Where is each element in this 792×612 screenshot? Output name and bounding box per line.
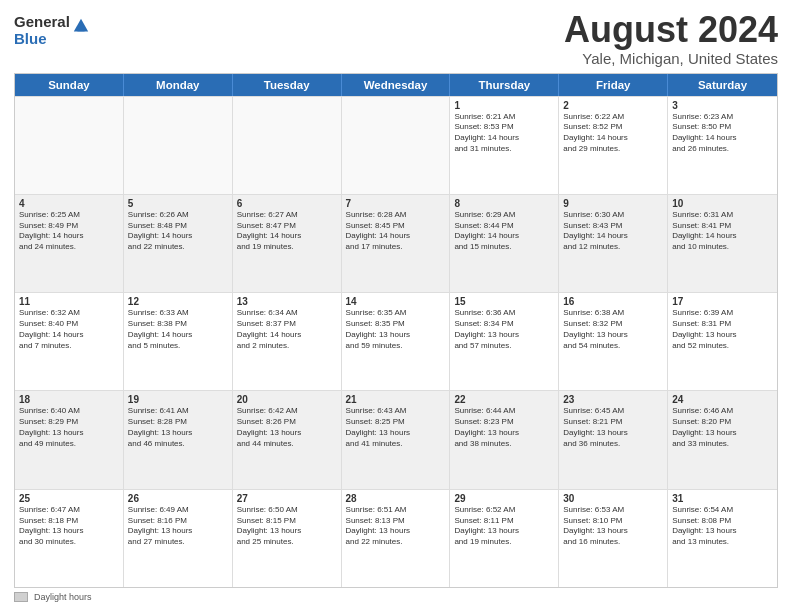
day-text: Sunrise: 6:43 AM Sunset: 8:25 PM Dayligh… — [346, 406, 446, 449]
day-number: 31 — [672, 493, 773, 504]
day-number: 21 — [346, 394, 446, 405]
day-text: Sunrise: 6:39 AM Sunset: 8:31 PM Dayligh… — [672, 308, 773, 351]
calendar-cell: 7Sunrise: 6:28 AM Sunset: 8:45 PM Daylig… — [342, 195, 451, 292]
header-day-tuesday: Tuesday — [233, 74, 342, 96]
calendar-cell: 20Sunrise: 6:42 AM Sunset: 8:26 PM Dayli… — [233, 391, 342, 488]
day-number: 29 — [454, 493, 554, 504]
day-text: Sunrise: 6:32 AM Sunset: 8:40 PM Dayligh… — [19, 308, 119, 351]
day-text: Sunrise: 6:44 AM Sunset: 8:23 PM Dayligh… — [454, 406, 554, 449]
main-title: August 2024 — [564, 10, 778, 50]
day-number: 17 — [672, 296, 773, 307]
calendar-cell: 3Sunrise: 6:23 AM Sunset: 8:50 PM Daylig… — [668, 97, 777, 194]
header-day-saturday: Saturday — [668, 74, 777, 96]
calendar-cell: 28Sunrise: 6:51 AM Sunset: 8:13 PM Dayli… — [342, 490, 451, 587]
calendar-cell: 18Sunrise: 6:40 AM Sunset: 8:29 PM Dayli… — [15, 391, 124, 488]
day-text: Sunrise: 6:40 AM Sunset: 8:29 PM Dayligh… — [19, 406, 119, 449]
calendar-row-3: 18Sunrise: 6:40 AM Sunset: 8:29 PM Dayli… — [15, 390, 777, 488]
day-number: 22 — [454, 394, 554, 405]
title-block: August 2024 Yale, Michigan, United State… — [564, 10, 778, 67]
day-text: Sunrise: 6:49 AM Sunset: 8:16 PM Dayligh… — [128, 505, 228, 548]
calendar-cell — [15, 97, 124, 194]
header-day-friday: Friday — [559, 74, 668, 96]
calendar-row-2: 11Sunrise: 6:32 AM Sunset: 8:40 PM Dayli… — [15, 292, 777, 390]
day-text: Sunrise: 6:45 AM Sunset: 8:21 PM Dayligh… — [563, 406, 663, 449]
logo-blue: Blue — [14, 31, 70, 48]
day-number: 25 — [19, 493, 119, 504]
calendar-row-0: 1Sunrise: 6:21 AM Sunset: 8:53 PM Daylig… — [15, 96, 777, 194]
calendar-cell: 6Sunrise: 6:27 AM Sunset: 8:47 PM Daylig… — [233, 195, 342, 292]
calendar-cell: 5Sunrise: 6:26 AM Sunset: 8:48 PM Daylig… — [124, 195, 233, 292]
header-day-wednesday: Wednesday — [342, 74, 451, 96]
day-text: Sunrise: 6:21 AM Sunset: 8:53 PM Dayligh… — [454, 112, 554, 155]
calendar-cell: 17Sunrise: 6:39 AM Sunset: 8:31 PM Dayli… — [668, 293, 777, 390]
calendar-cell: 21Sunrise: 6:43 AM Sunset: 8:25 PM Dayli… — [342, 391, 451, 488]
calendar-cell: 31Sunrise: 6:54 AM Sunset: 8:08 PM Dayli… — [668, 490, 777, 587]
day-text: Sunrise: 6:25 AM Sunset: 8:49 PM Dayligh… — [19, 210, 119, 253]
day-text: Sunrise: 6:42 AM Sunset: 8:26 PM Dayligh… — [237, 406, 337, 449]
day-text: Sunrise: 6:29 AM Sunset: 8:44 PM Dayligh… — [454, 210, 554, 253]
day-text: Sunrise: 6:41 AM Sunset: 8:28 PM Dayligh… — [128, 406, 228, 449]
day-text: Sunrise: 6:54 AM Sunset: 8:08 PM Dayligh… — [672, 505, 773, 548]
day-text: Sunrise: 6:47 AM Sunset: 8:18 PM Dayligh… — [19, 505, 119, 548]
day-text: Sunrise: 6:30 AM Sunset: 8:43 PM Dayligh… — [563, 210, 663, 253]
day-number: 11 — [19, 296, 119, 307]
day-number: 26 — [128, 493, 228, 504]
day-number: 12 — [128, 296, 228, 307]
day-text: Sunrise: 6:23 AM Sunset: 8:50 PM Dayligh… — [672, 112, 773, 155]
day-number: 16 — [563, 296, 663, 307]
calendar-cell — [233, 97, 342, 194]
calendar-body: 1Sunrise: 6:21 AM Sunset: 8:53 PM Daylig… — [15, 96, 777, 587]
calendar: SundayMondayTuesdayWednesdayThursdayFrid… — [14, 73, 778, 588]
day-number: 18 — [19, 394, 119, 405]
calendar-cell: 14Sunrise: 6:35 AM Sunset: 8:35 PM Dayli… — [342, 293, 451, 390]
subtitle: Yale, Michigan, United States — [564, 50, 778, 67]
day-number: 4 — [19, 198, 119, 209]
logo-icon — [72, 17, 90, 35]
footer-box — [14, 592, 28, 602]
calendar-cell: 2Sunrise: 6:22 AM Sunset: 8:52 PM Daylig… — [559, 97, 668, 194]
day-number: 15 — [454, 296, 554, 307]
page: General Blue August 2024 Yale, Michigan,… — [0, 0, 792, 612]
calendar-header: SundayMondayTuesdayWednesdayThursdayFrid… — [15, 74, 777, 96]
calendar-cell: 23Sunrise: 6:45 AM Sunset: 8:21 PM Dayli… — [559, 391, 668, 488]
calendar-cell: 25Sunrise: 6:47 AM Sunset: 8:18 PM Dayli… — [15, 490, 124, 587]
day-number: 1 — [454, 100, 554, 111]
day-text: Sunrise: 6:52 AM Sunset: 8:11 PM Dayligh… — [454, 505, 554, 548]
day-text: Sunrise: 6:53 AM Sunset: 8:10 PM Dayligh… — [563, 505, 663, 548]
calendar-cell: 10Sunrise: 6:31 AM Sunset: 8:41 PM Dayli… — [668, 195, 777, 292]
calendar-cell: 15Sunrise: 6:36 AM Sunset: 8:34 PM Dayli… — [450, 293, 559, 390]
calendar-cell: 30Sunrise: 6:53 AM Sunset: 8:10 PM Dayli… — [559, 490, 668, 587]
day-number: 7 — [346, 198, 446, 209]
day-text: Sunrise: 6:28 AM Sunset: 8:45 PM Dayligh… — [346, 210, 446, 253]
calendar-cell: 1Sunrise: 6:21 AM Sunset: 8:53 PM Daylig… — [450, 97, 559, 194]
day-text: Sunrise: 6:31 AM Sunset: 8:41 PM Dayligh… — [672, 210, 773, 253]
calendar-cell: 12Sunrise: 6:33 AM Sunset: 8:38 PM Dayli… — [124, 293, 233, 390]
calendar-cell: 4Sunrise: 6:25 AM Sunset: 8:49 PM Daylig… — [15, 195, 124, 292]
day-number: 30 — [563, 493, 663, 504]
footer: Daylight hours — [14, 592, 778, 602]
day-number: 6 — [237, 198, 337, 209]
calendar-cell: 19Sunrise: 6:41 AM Sunset: 8:28 PM Dayli… — [124, 391, 233, 488]
header-day-thursday: Thursday — [450, 74, 559, 96]
day-number: 27 — [237, 493, 337, 504]
logo: General Blue — [14, 14, 90, 47]
day-number: 9 — [563, 198, 663, 209]
day-text: Sunrise: 6:38 AM Sunset: 8:32 PM Dayligh… — [563, 308, 663, 351]
calendar-cell: 29Sunrise: 6:52 AM Sunset: 8:11 PM Dayli… — [450, 490, 559, 587]
header: General Blue August 2024 Yale, Michigan,… — [14, 10, 778, 67]
day-text: Sunrise: 6:51 AM Sunset: 8:13 PM Dayligh… — [346, 505, 446, 548]
day-text: Sunrise: 6:27 AM Sunset: 8:47 PM Dayligh… — [237, 210, 337, 253]
header-day-sunday: Sunday — [15, 74, 124, 96]
day-number: 24 — [672, 394, 773, 405]
calendar-cell: 13Sunrise: 6:34 AM Sunset: 8:37 PM Dayli… — [233, 293, 342, 390]
day-number: 19 — [128, 394, 228, 405]
calendar-row-4: 25Sunrise: 6:47 AM Sunset: 8:18 PM Dayli… — [15, 489, 777, 587]
footer-label: Daylight hours — [34, 592, 92, 602]
calendar-cell: 16Sunrise: 6:38 AM Sunset: 8:32 PM Dayli… — [559, 293, 668, 390]
day-number: 23 — [563, 394, 663, 405]
calendar-cell: 9Sunrise: 6:30 AM Sunset: 8:43 PM Daylig… — [559, 195, 668, 292]
header-day-monday: Monday — [124, 74, 233, 96]
day-number: 5 — [128, 198, 228, 209]
calendar-cell: 11Sunrise: 6:32 AM Sunset: 8:40 PM Dayli… — [15, 293, 124, 390]
day-number: 8 — [454, 198, 554, 209]
